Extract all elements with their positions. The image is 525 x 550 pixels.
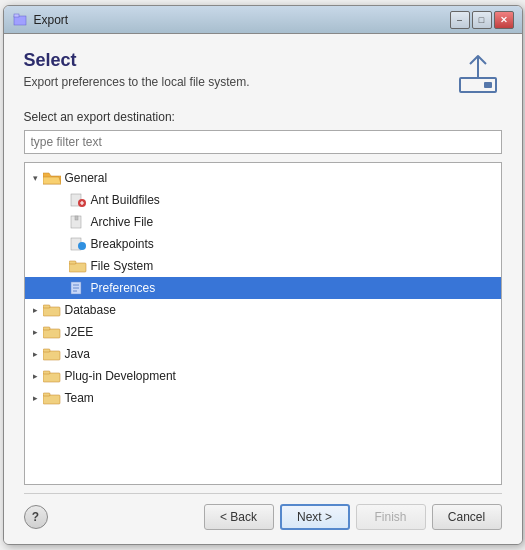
tree-label-preferences: Preferences xyxy=(91,281,156,295)
expand-arrow-team[interactable] xyxy=(29,391,43,405)
page-subtitle: Export preferences to the local file sys… xyxy=(24,75,250,89)
tree-item-filesystem[interactable]: File System xyxy=(25,255,501,277)
tree-label-j2ee: J2EE xyxy=(65,325,94,339)
next-button[interactable]: Next > xyxy=(280,504,350,530)
tree-label-filesystem: File System xyxy=(91,259,154,273)
tree-container: General Ant Buildfiles xyxy=(24,162,502,485)
window-controls: – □ ✕ xyxy=(450,11,514,29)
dialog-footer: ? < Back Next > Finish Cancel xyxy=(24,493,502,536)
tree-item-preferences[interactable]: Preferences xyxy=(25,277,501,299)
folder-team-icon xyxy=(43,391,61,405)
export-dialog: Export – □ ✕ Select Export preferences t… xyxy=(3,5,523,545)
folder-filesystem-icon xyxy=(69,259,87,273)
tree-item-general[interactable]: General xyxy=(25,167,501,189)
svg-rect-30 xyxy=(43,393,50,396)
finish-button[interactable]: Finish xyxy=(356,504,426,530)
svg-rect-16 xyxy=(69,261,76,264)
svg-rect-4 xyxy=(484,82,492,88)
tree-item-archive[interactable]: Archive File xyxy=(25,211,501,233)
folder-database-icon xyxy=(43,303,61,317)
ant-icon xyxy=(69,193,87,207)
expand-arrow-database[interactable] xyxy=(29,303,43,317)
folder-java-icon xyxy=(43,347,61,361)
title-bar: Export – □ ✕ xyxy=(4,6,522,34)
svg-rect-15 xyxy=(69,263,86,272)
tree-label-general: General xyxy=(65,171,108,185)
folder-plugin-icon xyxy=(43,369,61,383)
tree-item-breakpoints[interactable]: Breakpoints xyxy=(25,233,501,255)
svg-rect-1 xyxy=(14,14,19,17)
svg-rect-29 xyxy=(43,395,60,404)
tree-item-ant[interactable]: Ant Buildfiles xyxy=(25,189,501,211)
tree-item-j2ee[interactable]: J2EE xyxy=(25,321,501,343)
folder-open-icon xyxy=(43,171,61,185)
window-icon xyxy=(12,12,28,28)
svg-rect-25 xyxy=(43,351,60,360)
expand-arrow-j2ee[interactable] xyxy=(29,325,43,339)
tree-item-plugin[interactable]: Plug-in Development xyxy=(25,365,501,387)
breakpoints-icon xyxy=(69,237,87,251)
header-text: Select Export preferences to the local f… xyxy=(24,50,250,89)
window-title: Export xyxy=(34,13,450,27)
tree-label-breakpoints: Breakpoints xyxy=(91,237,154,251)
preferences-icon xyxy=(69,281,87,295)
tree-label-ant: Ant Buildfiles xyxy=(91,193,160,207)
tree-label-java: Java xyxy=(65,347,90,361)
expand-arrow-plugin[interactable] xyxy=(29,369,43,383)
back-button[interactable]: < Back xyxy=(204,504,274,530)
tree-label-team: Team xyxy=(65,391,94,405)
tree-label-database: Database xyxy=(65,303,116,317)
svg-rect-23 xyxy=(43,329,60,338)
svg-marker-6 xyxy=(43,177,61,184)
help-button[interactable]: ? xyxy=(24,505,48,529)
archive-icon xyxy=(69,215,87,229)
filter-input[interactable] xyxy=(24,130,502,154)
expand-arrow-java[interactable] xyxy=(29,347,43,361)
tree-label-plugin: Plug-in Development xyxy=(65,369,176,383)
svg-rect-12 xyxy=(75,216,78,220)
tree-item-team[interactable]: Team xyxy=(25,387,501,409)
header-section: Select Export preferences to the local f… xyxy=(24,50,502,98)
footer-buttons: < Back Next > Finish Cancel xyxy=(204,504,502,530)
svg-rect-27 xyxy=(43,373,60,382)
svg-rect-26 xyxy=(43,349,50,352)
svg-rect-0 xyxy=(14,16,26,25)
svg-rect-28 xyxy=(43,371,50,374)
expand-arrow-general[interactable] xyxy=(29,171,43,185)
page-title: Select xyxy=(24,50,250,71)
tree-item-database[interactable]: Database xyxy=(25,299,501,321)
svg-point-14 xyxy=(78,242,86,250)
svg-rect-24 xyxy=(43,327,50,330)
export-icon xyxy=(454,50,502,98)
minimize-button[interactable]: – xyxy=(450,11,470,29)
cancel-button[interactable]: Cancel xyxy=(432,504,502,530)
folder-j2ee-icon xyxy=(43,325,61,339)
close-button[interactable]: ✕ xyxy=(494,11,514,29)
tree-label-archive: Archive File xyxy=(91,215,154,229)
svg-rect-22 xyxy=(43,305,50,308)
maximize-button[interactable]: □ xyxy=(472,11,492,29)
section-label: Select an export destination: xyxy=(24,110,502,124)
svg-rect-21 xyxy=(43,307,60,316)
dialog-content: Select Export preferences to the local f… xyxy=(4,34,522,544)
tree-item-java[interactable]: Java xyxy=(25,343,501,365)
